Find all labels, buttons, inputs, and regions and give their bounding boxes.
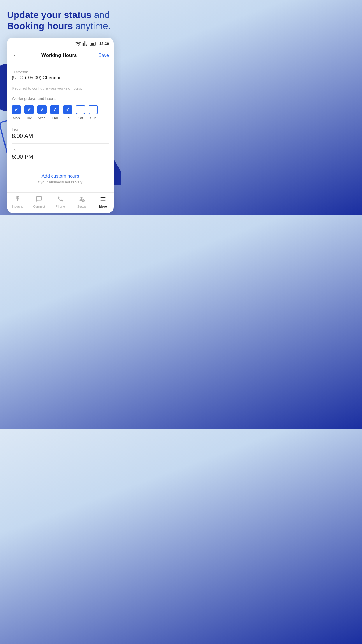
day-checkbox-sat[interactable] (76, 105, 85, 114)
nav-item-connect[interactable]: Connect (28, 196, 50, 208)
from-section[interactable]: From 8:00 AM (12, 127, 109, 144)
status-bar: 12:30 (7, 38, 114, 49)
day-checkbox-mon[interactable]: ✓ (12, 105, 21, 114)
svg-rect-2 (96, 43, 96, 44)
add-custom-section: Add custom hours If your business hours … (12, 169, 109, 187)
nav-label-phone: Phone (56, 205, 65, 208)
day-checkbox-sun[interactable] (89, 105, 98, 114)
app-header: ← Working Hours Save (7, 49, 114, 64)
nav-icon-bolt (15, 196, 21, 204)
day-label-tue: Tue (26, 116, 32, 120)
day-item-sun[interactable]: Sun (89, 105, 98, 120)
page-title: Working Hours (41, 52, 77, 58)
save-button[interactable]: Save (99, 53, 109, 58)
nav-label-inbound: Inbound (12, 205, 24, 208)
day-item-fri[interactable]: ✓Fri (63, 105, 72, 120)
day-item-mon[interactable]: ✓Mon (12, 105, 21, 120)
main-content: Timezone (UTC + 05:30) Chennai Required … (7, 64, 114, 192)
from-value: 8:00 AM (12, 133, 109, 139)
timezone-helper: Required to configure your working hours… (12, 86, 109, 90)
from-label: From (12, 127, 109, 132)
day-label-wed: Wed (38, 116, 45, 120)
to-section[interactable]: To 5:00 PM (12, 148, 109, 164)
nav-label-status: Status (77, 205, 86, 208)
svg-rect-1 (91, 43, 94, 45)
day-checkbox-thu[interactable]: ✓ (50, 105, 59, 114)
nav-label-more: More (99, 205, 107, 208)
phone-card: 12:30 ← Working Hours Save Timezone (UTC… (7, 38, 114, 213)
day-item-sat[interactable]: Sat (76, 105, 85, 120)
to-label: To (12, 148, 109, 152)
nav-item-more[interactable]: More (92, 196, 114, 208)
day-checkbox-fri[interactable]: ✓ (63, 105, 72, 114)
status-icons (75, 41, 96, 47)
signal-icon (82, 41, 89, 47)
day-label-sun: Sun (90, 116, 96, 120)
nav-icon-person-clock (78, 196, 85, 204)
hero-normal-1: and (92, 10, 110, 20)
back-button[interactable]: ← (12, 51, 20, 60)
hero-section: Update your status and Booking hours any… (0, 0, 121, 38)
status-time: 12:30 (99, 41, 109, 46)
timezone-label: Timezone (12, 70, 109, 74)
timezone-section: Timezone (UTC + 05:30) Chennai Required … (12, 70, 109, 90)
add-custom-hint: If your business hours vary. (12, 180, 109, 184)
day-item-wed[interactable]: ✓Wed (37, 105, 47, 120)
working-days-heading: Working days and hours (12, 96, 109, 101)
day-label-mon: Mon (13, 116, 20, 120)
battery-icon (90, 42, 96, 46)
day-item-tue[interactable]: ✓Tue (24, 105, 34, 120)
day-label-fri: Fri (66, 116, 70, 120)
day-label-sat: Sat (78, 116, 83, 120)
timezone-value[interactable]: (UTC + 05:30) Chennai (12, 75, 109, 84)
hero-bold-1: Update your status (7, 10, 92, 20)
hero-normal-2: anytime. (73, 21, 111, 31)
day-label-thu: Thu (52, 116, 58, 120)
to-value: 5:00 PM (12, 153, 109, 160)
nav-icon-chat (36, 196, 42, 204)
nav-item-status[interactable]: Status (71, 196, 92, 208)
day-checkbox-tue[interactable]: ✓ (24, 105, 34, 114)
hero-bold-2: Booking hours (7, 21, 73, 31)
day-checkbox-wed[interactable]: ✓ (37, 105, 47, 114)
days-row: ✓Mon✓Tue✓Wed✓Thu✓FriSatSun (12, 105, 109, 120)
nav-item-inbound[interactable]: Inbound (7, 196, 28, 208)
bottom-nav: InboundConnectPhoneStatusMore (7, 192, 114, 213)
add-custom-hours-button[interactable]: Add custom hours (12, 174, 109, 179)
nav-icon-menu (100, 196, 106, 204)
nav-icon-phone (57, 196, 64, 204)
nav-item-phone[interactable]: Phone (50, 196, 71, 208)
nav-label-connect: Connect (33, 205, 45, 208)
day-item-thu[interactable]: ✓Thu (50, 105, 59, 120)
wifi-icon (75, 41, 81, 47)
